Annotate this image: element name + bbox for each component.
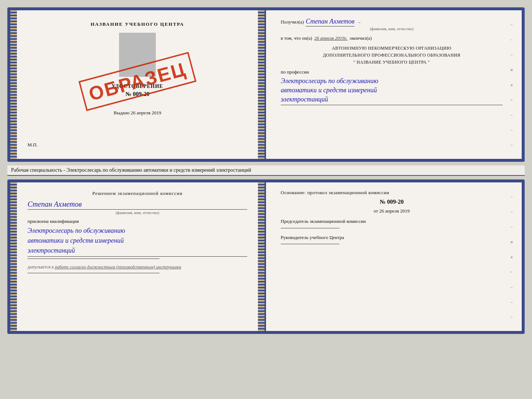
allowed-prefix: допускается к [28, 264, 54, 270]
bottom-border-pattern-left [10, 182, 17, 331]
side-marks-top-right: – – – и а ← – – – [510, 10, 514, 159]
top-document: НАЗВАНИЕ УЧЕБНОГО ЦЕНТРА УДОСТОВЕРЕНИЕ №… [7, 7, 525, 162]
org-line3: " НАЗВАНИЕ УЧЕБНОГО ЦЕНТРА " [281, 59, 503, 66]
qual-signature-line [28, 259, 159, 259]
cert-title: УДОСТОВЕРЕНИЕ [112, 83, 163, 89]
date-value: 26 апреля 2019г. [314, 35, 348, 41]
recipient-line: Получил(а) Степан Ахметов – [281, 18, 503, 26]
bottom-doc-right-page: Основание: протокол экзаменационной коми… [266, 182, 522, 331]
qual-line1: Электрослесарь по обслуживанию [28, 226, 247, 236]
protocol-date-value: 26 апреля 2019 [379, 208, 410, 214]
profession-name: Электрослесарь по обслуживанию автоматик… [281, 76, 503, 106]
bottom-border-pattern-left-right [258, 182, 265, 331]
basis-text: Основание: протокол экзаменационной коми… [281, 190, 503, 196]
page-wrapper: НАЗВАНИЕ УЧЕБНОГО ЦЕНТРА УДОСТОВЕРЕНИЕ №… [7, 7, 525, 334]
chair-label: Председатель экзаменационной комиссии [281, 218, 503, 228]
top-left-title: НАЗВАНИЕ УЧЕБНОГО ЦЕНТРА [91, 21, 184, 27]
top-left-inner: НАЗВАНИЕ УЧЕБНОГО ЦЕНТРА УДОСТОВЕРЕНИЕ №… [28, 18, 247, 152]
profession-label: по профессии [281, 69, 503, 75]
chair-sig-line [281, 228, 339, 228]
bottom-left-inner: Решением экзаменационной комиссии Степан… [28, 190, 247, 273]
side-marks-bottom-right: – – – и а ← – – – [510, 182, 514, 331]
prof-line3: электростанций [281, 95, 503, 104]
qual-line3: электростанций [28, 246, 247, 256]
org-line2: ДОПОЛНИТЕЛЬНОГО ПРОФЕССИОНАЛЬНОГО ОБРАЗО… [281, 52, 503, 59]
org-text: АВТОНОМНУЮ НЕКОММЕРЧЕСКУЮ ОРГАНИЗАЦИЮ ДО… [281, 45, 503, 66]
bottom-person-name: Степан Ахметов [28, 200, 247, 210]
head-label-text: Руководитель учебного Центра [281, 235, 344, 240]
specialty-caption: Рабочая специальность - Электрослесарь п… [7, 165, 525, 176]
qual-line2: автоматики и средств измерений [28, 236, 247, 246]
allowed-signature-line [28, 273, 159, 273]
issued-date-value: 26 апреля 2019 [131, 110, 161, 115]
border-pattern-left [10, 10, 17, 159]
recipient-prefix: Получил(а) [281, 19, 304, 25]
issued-date: Выдано 26 апреля 2019 [114, 110, 161, 116]
cert-number: № 009-20 [125, 91, 149, 97]
chair-label-text: Председатель экзаменационной комиссии [281, 218, 366, 224]
recipient-name: Степан Ахметов [306, 18, 355, 26]
allowed-text: допускается к работе согласно должностны… [28, 264, 247, 270]
top-right-inner: Получил(а) Степан Ахметов – (фамилия, им… [281, 18, 503, 105]
top-doc-left-page: НАЗВАНИЕ УЧЕБНОГО ЦЕНТРА УДОСТОВЕРЕНИЕ №… [10, 10, 266, 159]
decision-title: Решением экзаменационной комиссии [28, 190, 247, 197]
protocol-number: № 009-20 [281, 199, 503, 205]
protocol-date-prefix: от [374, 208, 378, 214]
date-line: в том, что он(а) 26 апреля 2019г. окончи… [281, 35, 503, 41]
issued-label: Выдано [114, 110, 129, 115]
bottom-doc-left-page: Решением экзаменационной комиссии Степан… [10, 182, 266, 331]
head-label: Руководитель учебного Центра [281, 234, 503, 245]
head-sig-line [281, 244, 339, 244]
date-prefix: в том, что он(а) [281, 35, 312, 41]
mp-text: М.П. [28, 142, 37, 152]
allowed-underlined: работе согласно должностным (производств… [55, 264, 181, 270]
qual-name: Электрослесарь по обслуживанию автоматик… [28, 226, 247, 257]
protocol-date: от 26 апреля 2019 [281, 208, 503, 214]
prof-line1: Электрослесарь по обслуживанию [281, 76, 503, 86]
fio-label-bottom: (фамилия, имя, отчество) [28, 210, 247, 215]
date-suffix: окончил(а) [350, 35, 372, 41]
bottom-document: Решением экзаменационной комиссии Степан… [7, 179, 525, 334]
org-line1: АВТОНОМНУЮ НЕКОММЕРЧЕСКУЮ ОРГАНИЗАЦИЮ [281, 45, 503, 52]
bottom-right-inner: Основание: протокол экзаменационной коми… [281, 190, 503, 244]
assigned-qual-label: присвоена квалификация [28, 218, 247, 224]
photo-placeholder [119, 33, 156, 77]
border-pattern-right [258, 10, 265, 159]
prof-line2: автоматики и средств измерений [281, 86, 503, 95]
top-doc-right-page: Получил(а) Степан Ахметов – (фамилия, им… [266, 10, 522, 159]
fio-label-top: (фамилия, имя, отчество) [281, 26, 503, 31]
